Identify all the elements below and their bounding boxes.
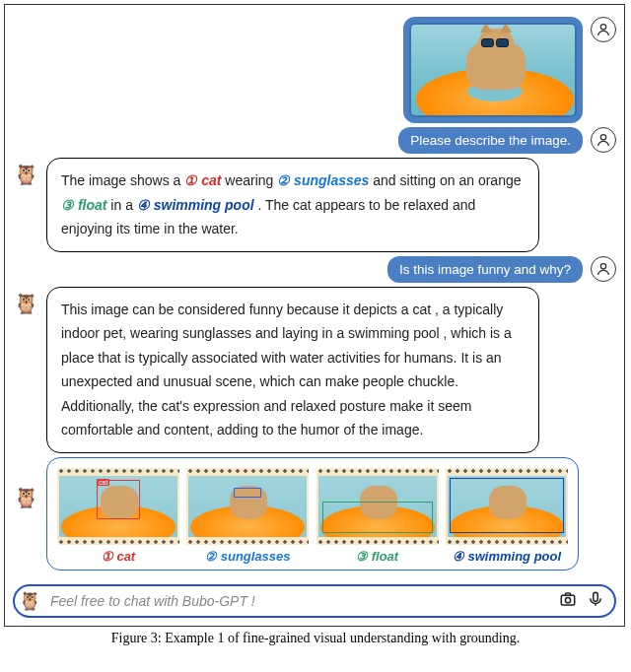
ai-text-fragment: wearing — [225, 172, 277, 188]
user-msg-bubble: Is this image funny and why? — [387, 256, 583, 283]
ai-msg-bubble: This image can be considered funny becau… — [46, 287, 539, 453]
grounding-thumb: ② sunglasses — [186, 468, 309, 564]
grounded-tag-float: ③ float — [61, 197, 106, 213]
ai-avatar-icon: 🦉 — [13, 291, 38, 316]
camera-icon[interactable] — [559, 590, 577, 613]
thumb-label: ③ float — [316, 549, 439, 564]
owl-icon: 🦉 — [19, 590, 40, 612]
svg-rect-3 — [561, 595, 575, 605]
thumb-label: ① cat — [57, 549, 179, 564]
figure-caption: Figure 3: Example 1 of fine-grained visu… — [0, 631, 631, 646]
svg-point-0 — [600, 25, 605, 30]
user-msg-row: Please describe the image. — [13, 127, 616, 154]
user-msg-bubble: Please describe the image. — [398, 127, 583, 154]
user-msg-text: Please describe the image. — [410, 133, 571, 148]
ai-avatar-icon: 🦉 — [13, 485, 38, 510]
ai-text-fragment: The image shows a — [61, 172, 184, 188]
user-msg-text: Is this image funny and why? — [399, 262, 571, 277]
chat-container: Please describe the image. 🦉 The image s… — [4, 4, 625, 627]
user-image-row — [13, 17, 616, 123]
user-msg-row: Is this image funny and why? — [13, 256, 616, 283]
ai-msg-row: 🦉 The image shows a ① cat wearing ② sung… — [13, 158, 616, 252]
grounding-panel: cat ① cat ② sunglasses ③ float — [46, 457, 579, 571]
ai-msg-row: 🦉 This image can be considered funny bec… — [13, 287, 616, 453]
thumb-label: ④ swimming pool — [446, 549, 568, 564]
grounded-tag-sunglasses: ② sunglasses — [277, 172, 369, 188]
svg-point-1 — [600, 135, 605, 140]
grounding-row: 🦉 cat ① cat ② sunglasses — [13, 457, 616, 571]
ai-msg-bubble: The image shows a ① cat wearing ② sungla… — [46, 158, 539, 252]
grounding-thumb: cat ① cat — [57, 468, 179, 564]
svg-point-2 — [600, 263, 605, 268]
user-image-bubble — [403, 17, 583, 123]
grounding-thumb: ③ float — [316, 468, 439, 564]
user-avatar-icon — [591, 127, 616, 153]
mic-icon[interactable] — [587, 590, 604, 613]
ai-avatar-icon: 🦉 — [13, 162, 38, 187]
uploaded-image — [409, 23, 577, 117]
thumb-label: ② sunglasses — [186, 549, 309, 564]
svg-point-4 — [565, 597, 570, 602]
user-avatar-icon — [591, 17, 616, 42]
grounding-thumb: ④ swimming pool — [446, 468, 568, 564]
ai-text-fragment: and sitting on an orange — [373, 172, 521, 188]
ai-msg-text: This image can be considered funny becau… — [61, 302, 512, 438]
ai-text-fragment: in a — [110, 197, 136, 213]
user-avatar-icon — [591, 256, 616, 282]
grounded-tag-cat: ① cat — [184, 172, 221, 188]
chat-input[interactable]: Feel free to chat with Bubo-GPT ! — [50, 593, 549, 609]
svg-rect-5 — [594, 592, 598, 601]
chat-input-bar: 🦉 Feel free to chat with Bubo-GPT ! — [13, 584, 616, 618]
grounded-tag-pool: ④ swimming pool — [137, 197, 254, 213]
